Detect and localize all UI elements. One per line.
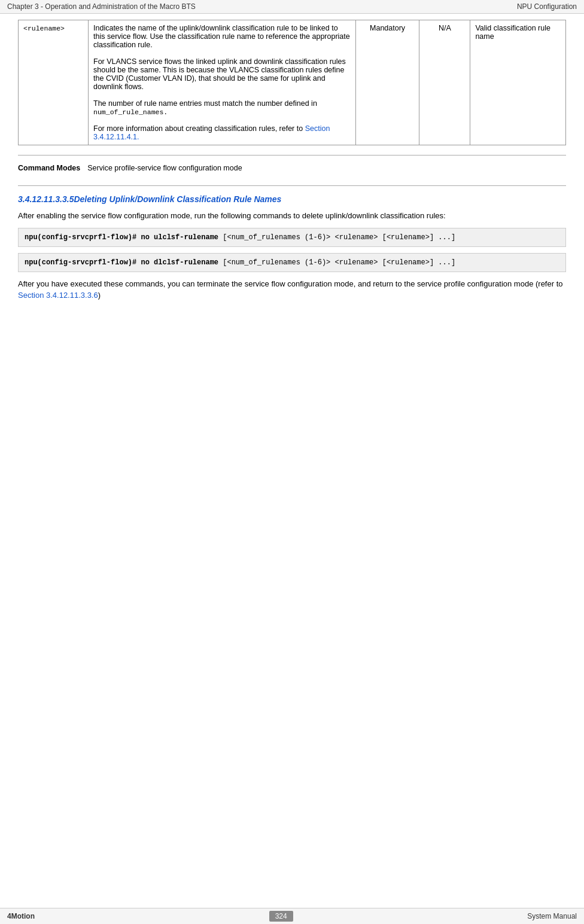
code-block-1: npu(config-srvcprfl-flow)# no ulclsf-rul… <box>18 228 566 247</box>
command-modes-section: Command Modes Service profile-service fl… <box>18 161 566 175</box>
desc-para-4: For more information about creating clas… <box>93 124 351 141</box>
para2-end: ) <box>98 291 101 300</box>
footer-bar: 4Motion 324 System Manual <box>0 908 584 924</box>
desc-para-2: For VLANCS service flows the linked upli… <box>93 57 351 91</box>
section-link-2[interactable]: Section 3.4.12.11.3.3.6 <box>18 291 98 300</box>
body-para-2: After you have executed these commands, … <box>18 278 566 301</box>
table-divider <box>18 155 566 155</box>
command-modes-value: Service profile-service flow configurati… <box>87 164 242 172</box>
param-default-cell: N/A <box>419 20 470 145</box>
param-desc-cell: Indicates the name of the uplink/downlin… <box>89 20 356 145</box>
section-divider <box>18 185 566 186</box>
footer-center-page: 324 <box>269 911 293 922</box>
param-name-cell: <rulename> <box>19 20 89 145</box>
main-content: <rulename> Indicates the name of the upl… <box>0 14 584 324</box>
section-link-1[interactable]: Section 3.4.12.11.4.1. <box>93 124 330 141</box>
header-bar: Chapter 3 - Operation and Administration… <box>0 0 584 14</box>
code1-bold: npu(config-srvcprfl-flow)# no ulclsf-rul… <box>25 233 218 242</box>
desc-para-3: The number of rule name entries must mat… <box>93 99 351 116</box>
param-mandatory-cell: Mandatory <box>355 20 419 145</box>
code2-suffix: [<num_of_rulenames (1-6)> <rulename> [<r… <box>218 258 455 267</box>
table-row: <rulename> Indicates the name of the upl… <box>19 20 566 145</box>
header-right: NPU Configuration <box>517 2 577 11</box>
param-presence-cell: Valid classification rule name <box>470 20 566 145</box>
desc-para-1: Indicates the name of the uplink/downlin… <box>93 24 351 49</box>
body-para-1: After enabling the service flow configur… <box>18 210 566 222</box>
header-left: Chapter 3 - Operation and Administration… <box>7 2 196 11</box>
code2-bold: npu(config-srvcprfl-flow)# no dlclsf-rul… <box>25 258 218 267</box>
section-heading: 3.4.12.11.3.3.5Deleting Uplink/Downlink … <box>18 194 566 204</box>
footer-left: 4Motion <box>7 912 35 920</box>
param-table: <rulename> Indicates the name of the upl… <box>18 20 566 145</box>
command-modes-label: Command Modes <box>18 164 87 172</box>
code1-suffix: [<num_of_rulenames (1-6)> <rulename> [<r… <box>218 233 455 242</box>
para2-start: After you have executed these commands, … <box>18 279 562 288</box>
param-name: <rulename> <box>23 25 65 32</box>
code-block-2: npu(config-srvcprfl-flow)# no dlclsf-rul… <box>18 253 566 272</box>
footer-right: System Manual <box>527 912 577 920</box>
